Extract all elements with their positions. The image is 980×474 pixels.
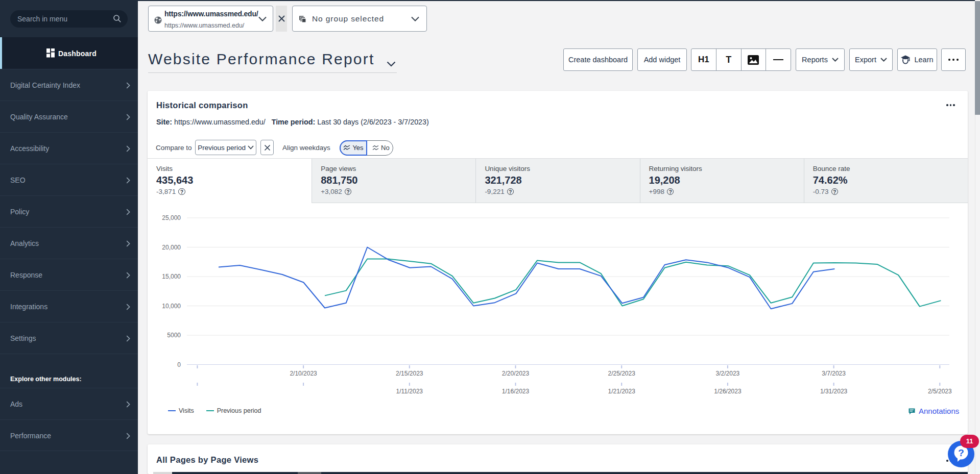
svg-text:1/21/2023: 1/21/2023 bbox=[608, 388, 636, 395]
svg-text:10,000: 10,000 bbox=[162, 303, 181, 310]
svg-text:15,000: 15,000 bbox=[162, 273, 181, 280]
svg-text:5000: 5000 bbox=[167, 332, 181, 339]
svg-text:2/20/2023: 2/20/2023 bbox=[502, 370, 530, 377]
svg-text:1/26/2023: 1/26/2023 bbox=[714, 388, 742, 395]
svg-text:20,000: 20,000 bbox=[162, 244, 181, 251]
svg-text:2/25/2023: 2/25/2023 bbox=[608, 370, 636, 377]
svg-text:2/15/2023: 2/15/2023 bbox=[396, 370, 423, 377]
svg-text:2/10/2023: 2/10/2023 bbox=[290, 370, 317, 377]
svg-text:3/2/2023: 3/2/2023 bbox=[716, 370, 740, 377]
svg-text:2/5/2023: 2/5/2023 bbox=[928, 388, 952, 395]
svg-text:25,000: 25,000 bbox=[162, 214, 181, 221]
svg-text:3/7/2023: 3/7/2023 bbox=[822, 370, 846, 377]
svg-text:1/31/2023: 1/31/2023 bbox=[820, 388, 848, 395]
svg-text:1/16/2023: 1/16/2023 bbox=[502, 388, 530, 395]
svg-text:?: ? bbox=[958, 447, 964, 458]
svg-text:1/11/2023: 1/11/2023 bbox=[396, 388, 423, 395]
svg-text:0: 0 bbox=[177, 361, 181, 368]
